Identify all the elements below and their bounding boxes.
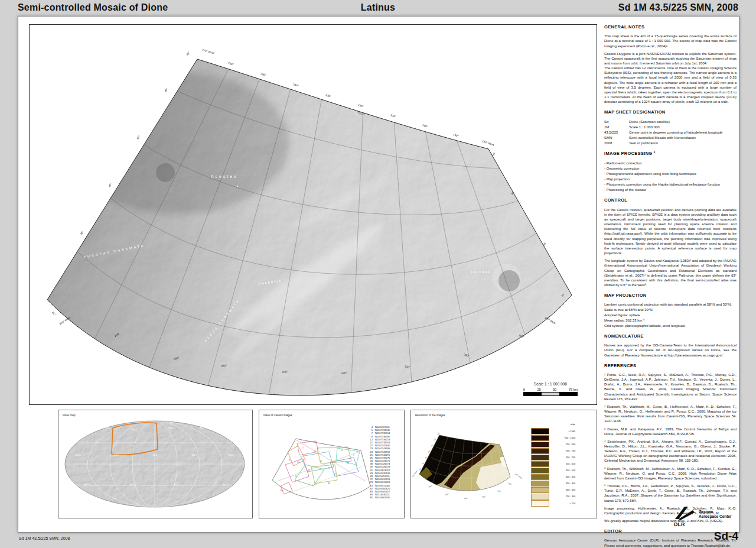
- resolution-regions: [411, 410, 529, 517]
- svg-text:26: 26: [320, 460, 322, 462]
- designation-key: SMN: [604, 135, 629, 140]
- legend-row: 450 - 550: [531, 468, 575, 474]
- designation-key: 43.5/225: [604, 130, 629, 135]
- svg-text:30°: 30°: [542, 241, 547, 247]
- legend-swatch: [531, 487, 549, 493]
- reference-list: ¹ Porco, C.C., West, R.A., Squyres, S., …: [604, 372, 737, 503]
- svg-text:190° West: 190° West: [514, 473, 523, 479]
- legend-row: 250 - 300: [531, 494, 575, 500]
- svg-text:Sd-15: Sd-15: [152, 507, 158, 509]
- svg-text:240°: 240°: [445, 493, 449, 496]
- map-sheet: 66°270° West260°250°240°230°220°210°200°…: [18, 16, 739, 533]
- map-sheet-page: Semi-controlled Mosaic of Dione Latinus …: [0, 0, 756, 548]
- projection-line: Grid system: planetographic latitude, we…: [604, 323, 737, 328]
- svg-text:30°: 30°: [80, 231, 84, 236]
- legend-label: 550 - 650: [549, 463, 575, 465]
- main-map-panel: 66°270° West260°250°240°230°220°210°200°…: [29, 24, 597, 405]
- paragraph: Cassini-Huygens is a joint NASA/ESA/ASI …: [604, 51, 737, 66]
- svg-text:180° West: 180° West: [544, 316, 556, 325]
- paragraph: This map sheet is the 4th of a 15-quadra…: [604, 34, 737, 48]
- svg-text:66°: 66°: [186, 51, 191, 56]
- dlr-org-name: German Aerospace Center: [699, 510, 732, 519]
- svg-text:82: 82: [289, 459, 291, 461]
- designation-value: Semi-controlled Mosaic with Nomenclature: [629, 135, 737, 140]
- svg-text:240°: 240°: [293, 83, 299, 87]
- svg-text:Sd-5: Sd-5: [105, 427, 110, 429]
- image-id: N1544903295: [375, 496, 390, 499]
- reference-item: ³ Davies, M.E. and Katayama, F.Y., 1983,…: [604, 427, 737, 436]
- svg-text:Sd-13: Sd-13: [129, 484, 135, 486]
- reference-item: ⁶ Thomas, P.C., Burns, J.A., Helfenstein…: [604, 484, 737, 503]
- image-id-row: 85 N1544903295: [367, 496, 390, 499]
- paragraph: The Cassini orbiter has 12 instruments. …: [604, 66, 737, 104]
- reference-item: ² Roatsch, Th., Wählisch, M., Giese, B.,…: [604, 404, 737, 424]
- section-title: GENERAL NOTES: [604, 24, 737, 30]
- designation-row: 2008 Year of publication: [604, 141, 737, 145]
- legend-label: > 1500: [549, 430, 575, 433]
- legend-swatch: [531, 474, 549, 480]
- svg-text:200°: 200°: [422, 124, 429, 128]
- legend-label: 650 - 700: [549, 456, 575, 459]
- svg-text:50°: 50°: [491, 151, 496, 157]
- processing-step: - Photogrammetric adjustment using limb-…: [604, 171, 737, 176]
- dlr-logo: DLR German Aerospace Center: [673, 505, 739, 530]
- svg-text:Sd-9: Sd-9: [114, 454, 119, 456]
- designation-key: 1M: [604, 125, 629, 129]
- svg-text:4: 4: [353, 454, 354, 456]
- processing-steps: - Radiometric correction- Geometric corr…: [604, 161, 737, 193]
- dlr-org-line2: Aerospace Center: [699, 514, 732, 519]
- section-nomenclature: NOMENCLATURE Names are approved by the I…: [604, 333, 737, 358]
- designation-row: 43.5/225 Center point in degrees consist…: [604, 130, 737, 135]
- svg-text:Sd-4: Sd-4: [132, 429, 136, 431]
- svg-text:50°: 50°: [136, 135, 141, 140]
- legend-row: 550 - 650: [531, 461, 575, 467]
- svg-text:22: 22: [328, 467, 330, 469]
- footer-sheet-code: Sd 1M 43.5/225 SMN, 2008: [19, 536, 70, 540]
- resolution-legend: > 1500 950 - 1500 750 - 950 700: [531, 428, 575, 507]
- scale-tick-labels: 0255075 km: [523, 388, 578, 391]
- projection-line: Lambert conic conformal projection with …: [604, 302, 737, 312]
- panel-title: Index of Cassini images: [263, 414, 292, 417]
- svg-text:Sd-6: Sd-6: [228, 454, 233, 456]
- legend-row: 950 - 1500: [531, 434, 575, 441]
- svg-text:Sd-8: Sd-8: [152, 454, 157, 456]
- svg-text:270° West: 270° West: [412, 470, 418, 478]
- designation-row: 1M Scale 1 : 1 000 000: [604, 125, 737, 129]
- svg-text:220°: 220°: [341, 371, 347, 375]
- legend-swatch: [531, 448, 549, 454]
- designation-key: Sd: [604, 119, 629, 124]
- cassini-index-panel: Index of Cassini images: [259, 410, 405, 518]
- paragraph: For the Cassini mission, spacecraft posi…: [604, 207, 737, 256]
- reference-item: ¹ Porco, C.C., West, R.A., Squyres, S., …: [604, 372, 737, 401]
- scale-bar: Scale 1 : 1 000 000 0255075 km: [523, 382, 578, 396]
- index-map-panel: Index map Sd-1Sd: [58, 410, 253, 518]
- dlr-org-line1: German: [699, 510, 732, 514]
- svg-text:40°: 40°: [108, 183, 113, 188]
- paragraph: Names are approved by the ISS-Camera-Tea…: [604, 343, 737, 357]
- section-title: NOMENCLATURE: [604, 333, 737, 339]
- legend-swatch: [531, 468, 549, 474]
- notes-column: GENERAL NOTES This map sheet is the 4th …: [604, 24, 737, 548]
- scale-title: Scale 1 : 1 000 000: [523, 382, 578, 386]
- legend-title: m/px: [531, 423, 575, 426]
- processing-step: - Radiometric correction: [604, 161, 737, 166]
- legend-label: 700 - 750: [549, 450, 575, 452]
- svg-text:85: 85: [281, 489, 283, 492]
- legend-label: 350 - 400: [549, 482, 575, 485]
- legend-row: < 250: [531, 500, 575, 507]
- processing-step: - Photometric correction using the Hapke…: [604, 182, 737, 187]
- svg-text:Sd-12: Sd-12: [174, 484, 180, 486]
- section-title: MAP PROJECTION: [604, 293, 737, 299]
- designation-value: Year of publication: [629, 141, 737, 145]
- svg-text:17: 17: [334, 473, 336, 475]
- section-map-sheet-designation: MAP SHEET DESIGNATION Sd Dione (Saturnia…: [604, 109, 737, 145]
- svg-text:250°: 250°: [428, 485, 433, 488]
- legend-swatch: [531, 455, 549, 461]
- legend-label: 750 - 950: [549, 443, 575, 446]
- legend-row: 750 - 950: [531, 441, 575, 448]
- scale-tick: 75 km: [569, 388, 578, 391]
- designation-key: 2008: [604, 141, 629, 145]
- image-id-list: 4 N1481767011 5 N1507733749 7 N150773591…: [367, 426, 390, 500]
- mosaic-texture: [30, 25, 597, 404]
- legend-row: > 1500: [531, 428, 575, 434]
